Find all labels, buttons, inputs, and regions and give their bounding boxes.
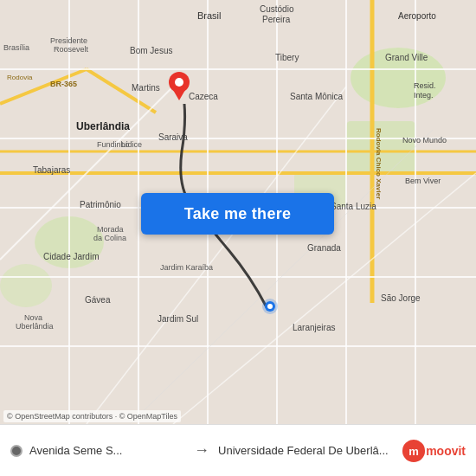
svg-text:Morada: Morada xyxy=(97,225,124,234)
svg-text:Novo Mundo: Novo Mundo xyxy=(402,136,447,145)
origin-label: Avenida Seme S... xyxy=(29,444,122,457)
svg-point-31 xyxy=(267,304,273,309)
svg-text:Brasília: Brasília xyxy=(3,43,29,52)
svg-text:Tibery: Tibery xyxy=(275,53,299,62)
svg-text:Gávea: Gávea xyxy=(85,295,111,305)
svg-text:Santa Luzia: Santa Luzia xyxy=(331,202,376,211)
svg-point-4 xyxy=(0,264,52,307)
svg-text:Santa Mônica: Santa Mônica xyxy=(290,92,344,101)
svg-text:Laranjeiras: Laranjeiras xyxy=(293,323,335,332)
svg-text:Patrimônio: Patrimônio xyxy=(80,200,121,209)
svg-text:Integ.: Integ. xyxy=(414,91,434,100)
svg-text:Fundinho: Fundinho xyxy=(97,140,130,149)
destination-section: Universidade Federal De Uberlâ... xyxy=(218,444,393,457)
moovit-logo: m moovit xyxy=(402,439,466,463)
destination-label: Universidade Federal De Uberlâ... xyxy=(218,444,389,457)
svg-text:Saraiva: Saraiva xyxy=(158,132,188,142)
svg-text:Nova: Nova xyxy=(24,313,42,322)
svg-text:Grand Ville: Grand Ville xyxy=(385,53,428,62)
svg-text:Uberlândia: Uberlândia xyxy=(76,120,130,132)
svg-text:BR-365: BR-365 xyxy=(50,80,77,88)
svg-text:Pereira: Pereira xyxy=(262,15,291,24)
take-me-there-button[interactable]: Take me there xyxy=(141,193,334,235)
bottom-bar: Avenida Seme S... → Universidade Federal… xyxy=(0,424,476,476)
svg-text:Roosevelt: Roosevelt xyxy=(54,45,89,54)
svg-text:Granada: Granada xyxy=(307,243,341,253)
svg-text:Rodovia: Rodovia xyxy=(7,74,33,81)
svg-text:Aeroporto: Aeroporto xyxy=(398,11,436,21)
svg-text:Presidente: Presidente xyxy=(50,36,87,45)
svg-text:Jardim Karaíba: Jardim Karaíba xyxy=(160,263,213,272)
direction-arrow-icon: → xyxy=(194,441,209,460)
svg-text:Tabajaras: Tabajaras xyxy=(33,165,70,175)
svg-text:da Colina: da Colina xyxy=(93,234,126,242)
svg-text:Bom Jesus: Bom Jesus xyxy=(130,46,172,55)
origin-section: Avenida Seme S... xyxy=(10,444,185,457)
moovit-icon: m xyxy=(402,439,426,463)
svg-text:Custódio: Custódio xyxy=(260,4,294,14)
svg-point-27 xyxy=(175,78,183,87)
map-attribution: © OpenStreetMap contributors · © OpenMap… xyxy=(3,410,181,422)
svg-text:Brasil: Brasil xyxy=(197,10,222,21)
svg-text:Uberlândia: Uberlândia xyxy=(16,322,54,331)
moovit-text: moovit xyxy=(426,444,466,458)
svg-text:Cazeca: Cazeca xyxy=(189,92,218,101)
svg-text:m: m xyxy=(408,444,419,457)
svg-text:Jardim Sul: Jardim Sul xyxy=(158,314,198,324)
svg-text:Resid.: Resid. xyxy=(414,81,436,90)
svg-text:Bem Viver: Bem Viver xyxy=(405,177,441,185)
svg-text:Martins: Martins xyxy=(132,83,160,93)
svg-text:São Jorge: São Jorge xyxy=(381,293,421,303)
svg-text:Cidade Jardim: Cidade Jardim xyxy=(43,252,99,261)
svg-text:Rodovia Chico Xavier: Rodovia Chico Xavier xyxy=(375,128,383,199)
origin-dot-icon xyxy=(10,445,23,457)
